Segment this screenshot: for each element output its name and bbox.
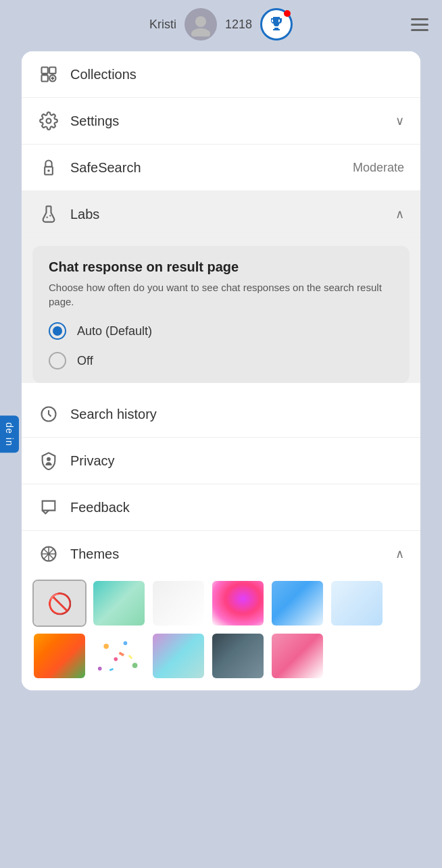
privacy-icon [38,450,59,471]
svg-point-13 [49,215,51,216]
radio-off-label: Off [77,354,93,368]
labs-icon [38,203,59,225]
radio-auto-option[interactable]: Auto (Default) [49,322,393,340]
radio-auto-label: Auto (Default) [77,324,152,338]
collections-label: Collections [70,67,404,82]
safesearch-menu-item[interactable]: SafeSearch Moderate [22,145,420,191]
svg-rect-23 [109,668,114,671]
themes-menu-item[interactable]: Themes ∧ [22,531,420,577]
svg-point-10 [47,170,50,172]
username: Kristi [149,18,176,32]
svg-point-1 [191,28,210,36]
themes-chevron-icon: ∧ [395,546,404,561]
svg-rect-24 [128,655,133,659]
feedback-icon [38,496,59,518]
trophy-badge[interactable] [260,8,293,41]
radio-auto-circle[interactable] [49,322,66,340]
themes-label: Themes [70,546,395,562]
radio-off-circle[interactable] [49,352,66,369]
theme-anime[interactable] [270,632,324,680]
feedback-menu-item[interactable]: Feedback [22,484,420,531]
search-history-menu-item[interactable]: Search history [22,391,420,438]
labs-card-desc: Choose how often do you want to see chat… [49,280,393,309]
svg-point-18 [124,641,128,645]
score-value: 1218 [225,18,252,32]
themes-icon [38,543,59,565]
svg-rect-2 [42,68,48,74]
hamburger-menu-button[interactable] [411,18,428,31]
settings-menu-item[interactable]: Settings ∨ [22,98,420,145]
labs-card-title: Chat response on result page [49,259,393,275]
main-menu-card: Collections Settings ∨ SafeSearch Modera… [22,51,420,690]
notification-dot [284,10,291,17]
svg-point-8 [47,119,51,124]
themes-section: Themes ∧ 🚫 [22,531,420,690]
safesearch-icon [38,157,59,178]
safesearch-label: SafeSearch [70,160,353,176]
svg-point-12 [47,217,48,218]
settings-label: Settings [70,113,395,129]
trophy-icon [268,16,285,32]
privacy-menu-item[interactable]: Privacy [22,438,420,484]
svg-point-19 [114,657,118,661]
collections-menu-item[interactable]: Collections [22,51,420,98]
privacy-label: Privacy [70,453,404,469]
theme-halo[interactable] [211,632,265,680]
svg-point-20 [132,663,138,668]
settings-chevron-icon: ∨ [395,113,404,128]
svg-point-17 [103,644,109,649]
labs-menu-item[interactable]: Labs ∧ [22,191,420,238]
svg-rect-3 [49,68,55,74]
feedback-label: Feedback [70,500,404,515]
radio-off-option[interactable]: Off [49,352,393,369]
theme-teal[interactable] [92,580,146,627]
header: Kristi 1218 [0,0,442,49]
labs-label: Labs [70,207,395,222]
labs-chevron-icon: ∧ [395,207,404,222]
search-history-icon [38,403,59,425]
theme-pastel-cube[interactable] [151,632,205,680]
theme-white[interactable] [151,580,205,627]
svg-point-0 [195,16,206,27]
safesearch-value: Moderate [353,161,404,175]
avatar[interactable] [185,8,217,41]
side-button[interactable]: de in [0,415,19,453]
theme-none[interactable]: 🚫 [32,580,87,627]
svg-point-15 [47,457,51,461]
theme-light-blue[interactable] [330,580,384,627]
search-history-label: Search history [70,407,404,422]
theme-orange-swirl[interactable] [32,632,87,680]
theme-blue-wave[interactable] [270,580,324,627]
settings-icon [38,110,59,132]
collections-icon [38,63,59,85]
labs-section: Labs ∧ Chat response on result page Choo… [22,191,420,383]
theme-pink[interactable] [211,580,265,627]
svg-rect-4 [42,75,48,81]
labs-card: Chat response on result page Choose how … [32,246,410,383]
svg-rect-22 [119,652,124,657]
theme-confetti[interactable] [92,632,146,680]
svg-point-21 [98,667,102,671]
